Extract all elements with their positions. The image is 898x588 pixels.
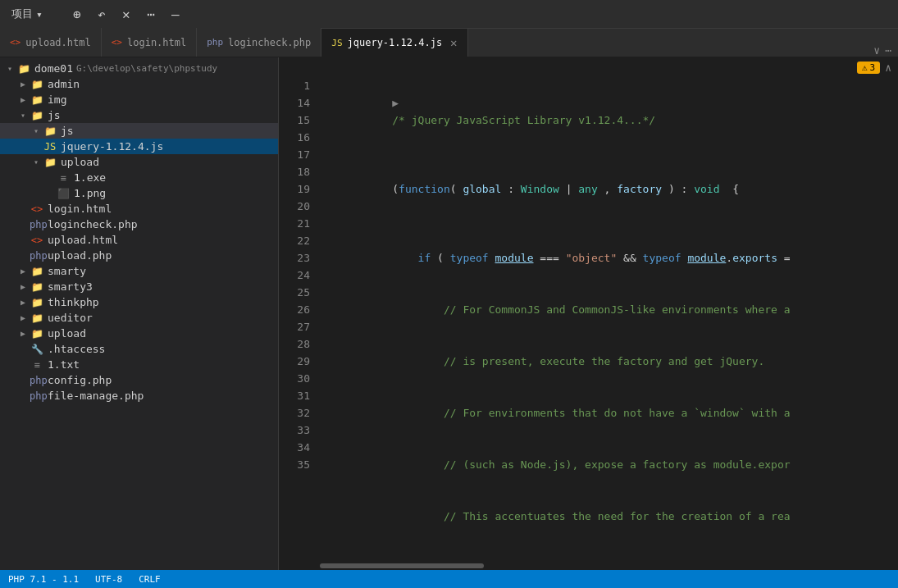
tab-bar: <> upload.html <> login.html php loginch… xyxy=(0,29,898,57)
code-line-18: // For CommonJS and CommonJS-like enviro… xyxy=(328,284,887,335)
tab-more-icon[interactable]: ⋯ xyxy=(885,44,891,57)
sidebar-item-upload-root[interactable]: ▶ 📁 upload xyxy=(0,326,278,341)
code-line-19: // is present, execute the factory and g… xyxy=(328,335,887,387)
title-bar-actions: ⊕ ↶ ✕ ⋯ — xyxy=(69,7,184,22)
code-line-17: if ( typeof module === "object" && typeo… xyxy=(328,232,887,284)
warning-count: 3 xyxy=(870,62,876,73)
close-icon[interactable]: ✕ xyxy=(118,7,134,22)
tab-upload-html[interactable]: <> upload.html xyxy=(0,28,102,57)
tab-label-jquery-js: jquery-1.12.4.js xyxy=(348,37,443,48)
sidebar-item-img[interactable]: ▶ 📁 img xyxy=(0,92,278,107)
sidebar-item-htaccess[interactable]: 🔧 .htaccess xyxy=(0,341,278,357)
undo-icon[interactable]: ↶ xyxy=(93,7,110,22)
tab-label-login-html: login.html xyxy=(127,37,186,48)
php-icon: php xyxy=(30,250,44,262)
upload-root-arrow: ▶ xyxy=(16,329,30,338)
sidebar-item-smarty[interactable]: ▶ 📁 smarty xyxy=(0,263,278,279)
js-parent-arrow: ▾ xyxy=(16,111,30,120)
tab-label-upload-html: upload.html xyxy=(25,37,90,48)
status-line-ending: CRLF xyxy=(139,574,161,585)
line-num: 23 xyxy=(279,249,310,267)
line-num: 33 xyxy=(279,422,310,439)
php-icon: php xyxy=(30,390,44,402)
js-parent-label: js xyxy=(48,109,61,121)
code-line-15: (function( global : Window | any , facto… xyxy=(328,163,887,215)
root-path: G:\develop\safety\phpstudy xyxy=(73,63,217,74)
sidebar-item-upload-html[interactable]: <> upload.html xyxy=(0,232,278,248)
project-menu[interactable]: 项目 ▾ xyxy=(7,3,48,25)
more-icon[interactable]: ⋯ xyxy=(143,7,159,22)
exe-icon: ≡ xyxy=(56,172,71,184)
sidebar-item-upload-folder[interactable]: ▾ 📁 upload xyxy=(0,154,278,170)
warning-badge[interactable]: ⚠ 3 xyxy=(857,62,880,74)
minimize-icon[interactable]: — xyxy=(167,7,184,22)
tab-close-jquery[interactable]: ✕ xyxy=(450,36,457,49)
line-num: 32 xyxy=(279,404,310,422)
line-num: 18 xyxy=(279,163,310,180)
sidebar-item-jquery[interactable]: JS jquery-1.12.4.js xyxy=(0,139,278,154)
line-num: 35 xyxy=(279,456,310,473)
sidebar-item-config-php[interactable]: php config.php xyxy=(0,372,278,388)
htaccess-icon: 🔧 xyxy=(30,344,44,355)
sidebar-item-js-parent[interactable]: ▾ 📁 js xyxy=(0,107,278,123)
sidebar-item-1png[interactable]: ⬛ 1.png xyxy=(0,185,278,201)
html-icon: <> xyxy=(30,203,44,215)
logincheck-label: logincheck.php xyxy=(48,218,138,230)
js-file-icon: JS xyxy=(43,141,57,153)
folder-icon: 📁 xyxy=(30,79,44,90)
smarty-label: smarty xyxy=(48,265,86,277)
sidebar-item-1txt[interactable]: ≡ 1.txt xyxy=(0,357,278,372)
add-icon[interactable]: ⊕ xyxy=(69,7,85,22)
sidebar-item-upload-php[interactable]: php upload.php xyxy=(0,248,278,263)
sidebar-item-file-manage[interactable]: php file-manage.php xyxy=(0,388,278,403)
tab-logincheck-php[interactable]: php logincheck.php xyxy=(197,28,321,57)
upload-php-label: upload.php xyxy=(48,249,112,262)
sidebar-item-admin[interactable]: ▶ 📁 admin xyxy=(0,76,278,92)
root-arrow: ▾ xyxy=(3,64,16,73)
line-num: 22 xyxy=(279,232,310,249)
sidebar-item-smarty3[interactable]: ▶ 📁 smarty3 xyxy=(0,279,278,294)
sidebar-item-logincheck[interactable]: php logincheck.php xyxy=(0,217,278,232)
code-line-22: // This accentuates the need for the cre… xyxy=(328,490,887,542)
scrollbar-thumb[interactable] xyxy=(320,563,484,568)
sidebar-item-ueditor[interactable]: ▶ 📁 ueditor xyxy=(0,310,278,326)
tab-jquery-js[interactable]: JS jquery-1.12.4.js ✕ xyxy=(321,28,467,57)
upload-folder-label: upload xyxy=(61,156,99,168)
line-num: 20 xyxy=(279,198,310,215)
exe-label: 1.exe xyxy=(74,171,106,184)
sidebar-item-login-html[interactable]: <> login.html xyxy=(0,201,278,217)
sidebar-item-1exe[interactable]: ≡ 1.exe xyxy=(0,170,278,185)
line-num: 17 xyxy=(279,146,310,163)
warning-bar: ⚠ 3 ∧ xyxy=(279,57,898,77)
sidebar-item-thinkphp[interactable]: ▶ 📁 thinkphp xyxy=(0,294,278,310)
line-num: 14 xyxy=(279,94,310,112)
sidebar: ▾ 📁 dome01 G:\develop\safety\phpstudy ▶ … xyxy=(0,57,279,570)
tab-bar-extras: ∨ ⋯ xyxy=(867,44,898,57)
horizontal-scrollbar[interactable] xyxy=(279,562,898,570)
thinkphp-label: thinkphp xyxy=(48,296,99,308)
line-num: 25 xyxy=(279,284,310,301)
line-num: 26 xyxy=(279,301,310,318)
code-line-16 xyxy=(328,215,887,232)
line-num: 19 xyxy=(279,180,310,198)
tab-scroll-down-icon[interactable]: ∨ xyxy=(873,44,880,57)
js-child-arrow: ▾ xyxy=(30,126,43,135)
folder-icon: 📁 xyxy=(43,157,57,168)
folder-icon: 📁 xyxy=(43,125,57,137)
editor-area: ⚠ 3 ∧ 1 14 15 16 17 18 19 20 21 22 23 24… xyxy=(279,57,898,570)
config-label: config.php xyxy=(48,374,112,386)
sidebar-item-js-child[interactable]: ▾ 📁 js xyxy=(0,123,278,139)
php-icon: php xyxy=(207,37,223,48)
ueditor-arrow: ▶ xyxy=(16,313,30,322)
php-icon: php xyxy=(30,219,44,230)
admin-arrow: ▶ xyxy=(16,80,30,89)
login-html-label: login.html xyxy=(48,203,112,215)
line-num: 21 xyxy=(279,215,310,232)
tab-login-html[interactable]: <> login.html xyxy=(102,28,198,57)
folder-icon: 📁 xyxy=(30,281,44,293)
collapse-icon[interactable]: ∧ xyxy=(885,62,891,74)
sidebar-root[interactable]: ▾ 📁 dome01 G:\develop\safety\phpstudy xyxy=(0,61,278,76)
folder-icon: 📁 xyxy=(16,63,31,75)
upload-arrow: ▾ xyxy=(30,157,43,166)
code-content[interactable]: ▶ /* jQuery JavaScript Library v1.12.4..… xyxy=(320,77,887,562)
